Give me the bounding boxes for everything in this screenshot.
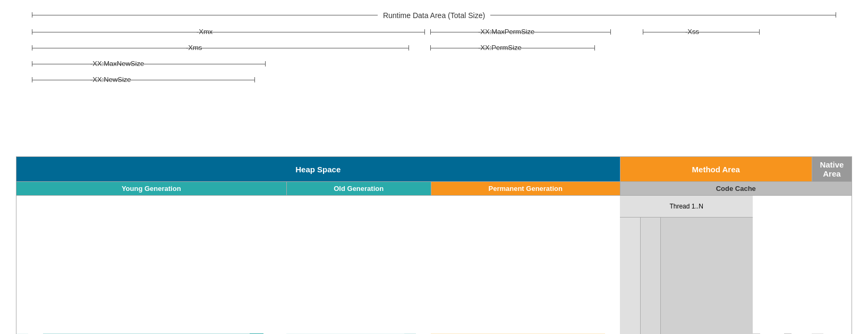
xss-label: -Xss [685, 28, 699, 36]
diagram-area: Runtime Data Area (Total Size) -Xmx -Xms… [16, 10, 852, 148]
cell-virtual-gray: Virtual [812, 196, 852, 335]
cell-native-stack: Native Stack [660, 217, 753, 334]
cell-native: Native [784, 196, 812, 335]
main-container: Runtime Data Area (Total Size) -Xmx -Xms… [0, 0, 868, 334]
cell-pc: PC [620, 217, 640, 334]
cell-virtual-perm: Virtual [593, 196, 620, 335]
maxnewsize-label: -XX:MaxNewSize [90, 60, 144, 68]
code-cache-header: Code Cache [620, 182, 852, 196]
perm-gen-header: Permanent Generation [431, 182, 620, 196]
method-area-header: Method Area [620, 157, 812, 182]
cell-to-survivor: To Survivor 1 [146, 196, 250, 335]
cell-stack: Stack [640, 217, 660, 334]
newsize-label: -XX:NewSize [90, 76, 131, 84]
cell-virtual-left: Virtual [16, 196, 43, 335]
cell-virtual-old: Virtual [404, 196, 431, 335]
data-row: Virtual From Survivor 0 To Survivor 1 [16, 196, 852, 335]
cell-thread-header: Thread 1..N [620, 196, 753, 217]
permsize-label: -XX:PermSize [478, 44, 522, 52]
cell-thread-area: Thread 1..N PC Stack Native Stack [620, 196, 753, 335]
maxpermsize-label: -XX:MaxPermSize [478, 28, 534, 36]
memory-table: Heap Space Method Area Native Area Young… [16, 156, 852, 334]
xmx-label: -Xmx [197, 28, 212, 36]
old-gen-header: Old Generation [286, 182, 431, 196]
young-gen-header: Young Generation [16, 182, 287, 196]
cell-from-survivor: From Survivor 0 [43, 196, 147, 335]
native-area-header: Native Area [812, 157, 852, 182]
diagram-title: Runtime Data Area (Total Size) [378, 11, 490, 20]
header-row-1: Heap Space Method Area Native Area [16, 157, 852, 182]
cell-tenured: Tenured [286, 196, 404, 335]
xms-label: -Xms [186, 44, 202, 52]
heap-space-header: Heap Space [16, 157, 620, 182]
cell-eden: Eden [250, 196, 286, 335]
cell-perm-content: Runtime Constant Pool Field & Method Dat… [431, 196, 593, 335]
header-row-2: Young Generation Old Generation Permanen… [16, 182, 852, 196]
cell-compile: Compile [753, 196, 784, 335]
